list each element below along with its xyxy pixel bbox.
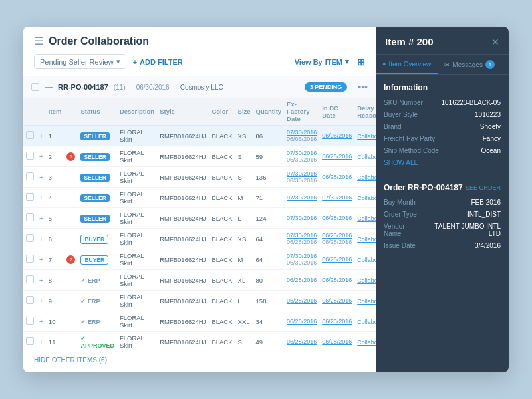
item-style: RMFB016624HJ — [157, 249, 209, 270]
row-checkbox[interactable] — [26, 213, 34, 221]
row-expand-icon[interactable]: + — [39, 256, 43, 263]
order-info-row: Issue Date3/4/2016 — [384, 242, 501, 249]
item-exfac: 06/28/2016 — [284, 270, 319, 291]
row-expand-icon[interactable]: + — [39, 174, 43, 181]
row-checkbox[interactable] — [26, 275, 34, 283]
row-checkbox[interactable] — [26, 255, 34, 263]
item-size: S — [235, 146, 253, 167]
th-badge — [64, 98, 78, 126]
order-header-2[interactable]: + RR-PO-004817 (105) 06/07/2016 San Garm… — [23, 368, 376, 372]
collaborate-link[interactable]: Collaborate — [357, 195, 376, 201]
tab-item-overview[interactable]: ● Item Overview — [376, 55, 438, 74]
order-info-row: Buy MonthFEB 2016 — [384, 199, 501, 206]
tab-messages[interactable]: ✉ Messages 1 — [438, 55, 501, 74]
collapse-icon[interactable]: — — [45, 82, 53, 92]
item-description: FLORAL Skirt — [117, 167, 157, 188]
table-row[interactable]: + 1 SELLER FLORAL Skirt RMFB016624HJ BLA… — [23, 126, 376, 146]
th-color: Color — [209, 98, 235, 126]
row-checkbox[interactable] — [26, 131, 34, 139]
row-expand-icon[interactable]: + — [39, 153, 43, 160]
row-checkbox[interactable] — [26, 234, 34, 242]
table-row[interactable]: + 2 1 SELLER FLORAL Skirt RMFB016624HJ B… — [23, 146, 376, 167]
row-expand-icon[interactable]: + — [39, 215, 43, 222]
collaborate-link[interactable]: Collaborate — [357, 277, 376, 284]
item-description: FLORAL Skirt — [117, 229, 157, 249]
hamburger-icon[interactable]: ☰ — [34, 35, 43, 47]
row-checkbox[interactable] — [26, 152, 34, 160]
table-row[interactable]: + 9 ✓ ERP FLORAL Skirt RMFB016624HJ BLAC… — [23, 291, 376, 311]
table-row[interactable]: + 3 SELLER FLORAL Skirt RMFB016624HJ BLA… — [23, 167, 376, 188]
order-checkbox-1[interactable] — [31, 83, 39, 91]
item-size: L — [235, 208, 253, 229]
collaborate-link[interactable]: Collaborate — [357, 154, 376, 160]
order-group-1: — RR-PO-004187 (11) 06/30/2016 Cosmosly … — [23, 76, 376, 368]
grid-icon[interactable]: ⊞ — [357, 57, 365, 67]
collaborate-link[interactable]: Collaborate — [357, 215, 376, 222]
row-checkbox[interactable] — [26, 337, 34, 345]
item-quantity: 59 — [253, 146, 285, 167]
collaborate-link[interactable]: Collaborate — [357, 257, 376, 263]
item-number: 7 — [46, 249, 65, 270]
table-row[interactable]: + 5 SELLER FLORAL Skirt RMFB016624HJ BLA… — [23, 208, 376, 229]
status-badge: SELLER — [80, 194, 110, 202]
tab-messages-label: Messages — [452, 61, 483, 68]
order-info-row: Order TypeINTL_DIST — [384, 211, 501, 218]
item-badge-cell — [64, 167, 78, 188]
row-expand-icon[interactable]: + — [39, 297, 43, 305]
item-color: BLACK — [209, 146, 235, 167]
item-badge-cell: 2 — [64, 249, 78, 270]
row-checkbox[interactable] — [26, 317, 34, 325]
items-table-1: Item Status Description Style Color Size… — [23, 98, 376, 352]
show-all-link[interactable]: SHOW ALL — [384, 159, 501, 166]
add-filter-button[interactable]: + ADD FILTER — [133, 58, 183, 66]
row-expand-icon[interactable]: + — [39, 318, 43, 325]
item-quantity: 124 — [253, 208, 285, 229]
table-row[interactable]: + 6 BUYER FLORAL Skirt RMFB016624HJ BLAC… — [23, 229, 376, 249]
item-indc: 06/28/2016 — [319, 146, 354, 167]
table-row[interactable]: + 7 2 BUYER FLORAL Skirt RMFB016624HJ BL… — [23, 249, 376, 270]
collaborate-link[interactable]: Collaborate — [357, 174, 376, 181]
see-order-link[interactable]: SEE ORDER — [466, 184, 501, 191]
status-badge: SELLER — [80, 215, 110, 223]
indc-date: 06/28/2016 — [322, 174, 352, 180]
exfac-date2: 06/30/2016 — [287, 259, 317, 266]
dots-menu-1[interactable]: ••• — [358, 82, 368, 92]
filter-dropdown[interactable]: Pending Seller Review ▾ — [34, 54, 126, 69]
item-quantity: 158 — [253, 291, 285, 311]
view-by-value[interactable]: ITEM — [325, 58, 342, 66]
order-info-value: 3/4/2016 — [475, 242, 501, 249]
row-checkbox[interactable] — [26, 193, 34, 201]
item-exfac: 07/30/2016 — [284, 188, 319, 208]
close-button[interactable]: ✕ — [491, 37, 499, 47]
row-expand-icon[interactable]: + — [39, 277, 43, 284]
row-expand-icon[interactable]: + — [39, 132, 43, 140]
row-expand-icon[interactable]: + — [39, 194, 43, 201]
filter-bar: Pending Seller Review ▾ + ADD FILTER Vie… — [34, 54, 365, 76]
collaborate-link[interactable]: Collaborate — [357, 319, 376, 325]
item-style: RMFB016624HJ — [157, 291, 209, 311]
order-header-1[interactable]: — RR-PO-004187 (11) 06/30/2016 Cosmosly … — [23, 76, 376, 98]
item-status-cell: SELLER — [78, 126, 117, 146]
row-expand-icon[interactable]: + — [39, 235, 43, 243]
table-row[interactable]: + 11 ✓ APPROVED FLORAL Skirt RMFB016624H… — [23, 332, 376, 352]
table-row[interactable]: + 8 ✓ ERP FLORAL Skirt RMFB016624HJ BLAC… — [23, 270, 376, 291]
collaborate-link[interactable]: Collaborate — [357, 298, 376, 305]
row-checkbox[interactable] — [26, 296, 34, 304]
collaborate-link[interactable]: Collaborate — [357, 236, 376, 243]
row-expand-icon[interactable]: + — [39, 338, 43, 346]
top-bar: ☰ Order Collaboration Pending Seller Rev… — [23, 27, 376, 76]
table-row[interactable]: + 4 SELLER FLORAL Skirt RMFB016624HJ BLA… — [23, 188, 376, 208]
exfac-date: 06/28/2016 — [287, 338, 317, 345]
hide-items-link[interactable]: HIDE OTHER ITEMS (6) — [23, 352, 118, 368]
chevron-down-icon[interactable]: ▾ — [345, 57, 349, 66]
collaborate-link[interactable]: Collaborate — [357, 339, 376, 346]
row-checkbox[interactable] — [26, 172, 34, 180]
exfac-date: 07/30/2016 — [287, 129, 317, 136]
order-info-value: TALENT JUMBO INTL LTD — [423, 223, 501, 237]
item-color: BLACK — [209, 311, 235, 332]
section-divider — [384, 176, 501, 176]
item-quantity: 71 — [253, 188, 285, 208]
item-description: FLORAL Skirt — [117, 249, 157, 270]
table-row[interactable]: + 10 ✓ ERP FLORAL Skirt RMFB016624HJ BLA… — [23, 311, 376, 332]
collaborate-link[interactable]: Collaborate — [357, 133, 376, 140]
